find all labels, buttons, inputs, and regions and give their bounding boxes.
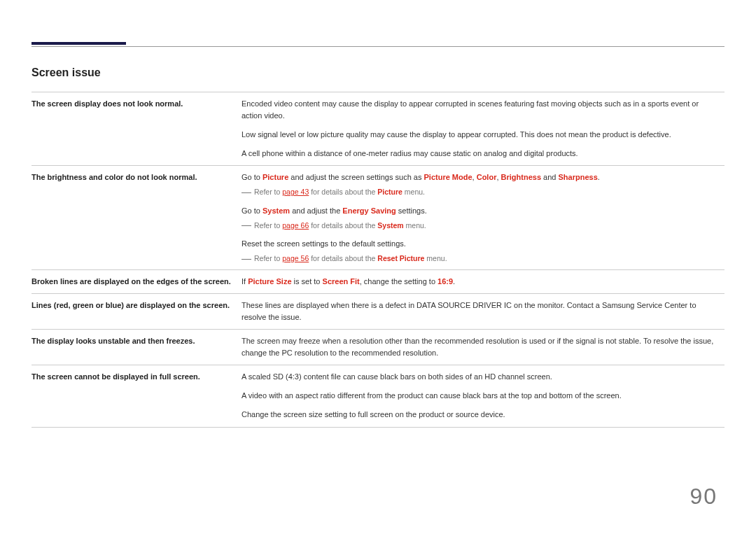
highlight: Reset Picture	[377, 254, 424, 262]
paragraph: Low signal level or low picture quality …	[241, 129, 720, 141]
page-link[interactable]: page 56	[282, 254, 309, 262]
issue-desc: The screen may freeze when a resolution …	[241, 330, 724, 365]
text: for details about the	[309, 221, 377, 230]
paragraph: Change the screen size setting to full s…	[241, 409, 720, 421]
issue-desc: Encoded video content may cause the disp…	[241, 92, 724, 166]
paragraph: A cell phone within a distance of one-me…	[241, 148, 720, 160]
text: and adjust the screen settings such as	[288, 173, 424, 181]
issue-label: Broken lines are displayed on the edges …	[31, 270, 241, 294]
paragraph: Reset the screen settings to the default…	[241, 238, 720, 264]
text: menu.	[402, 188, 425, 196]
text: for details about the	[309, 188, 377, 196]
page-link[interactable]: page 66	[282, 221, 309, 230]
page-content: Screen issue The screen display does not…	[0, 0, 756, 428]
note: Refer to page 56 for details about the R…	[241, 253, 720, 264]
text: and	[541, 173, 558, 181]
note-dash-icon	[241, 192, 251, 193]
issue-desc: These lines are displayed when there is …	[241, 294, 724, 330]
note: Refer to page 66 for details about the S…	[241, 220, 720, 231]
highlight: 16:9	[438, 277, 453, 286]
text: Refer to	[254, 188, 282, 196]
highlight: Picture Mode	[424, 173, 472, 181]
paragraph: A scaled SD (4:3) content file can cause…	[241, 371, 720, 383]
text: .	[453, 277, 455, 286]
paragraph: Go to Picture and adjust the screen sett…	[241, 171, 720, 197]
text: is set to	[292, 277, 323, 286]
text: for details about the	[309, 254, 377, 262]
paragraph: Go to System and adjust the Energy Savin…	[241, 205, 720, 231]
highlight: Energy Saving	[342, 206, 396, 215]
text: Refer to	[254, 221, 282, 230]
header-accent-bar	[31, 42, 126, 45]
note-dash-icon	[241, 225, 251, 226]
table-row: The screen display does not look normal.…	[31, 92, 724, 166]
issues-table: The screen display does not look normal.…	[31, 92, 724, 428]
paragraph: Encoded video content may cause the disp…	[241, 98, 720, 122]
text: menu.	[424, 254, 447, 262]
page-number: 90	[690, 484, 718, 510]
text: and adjust the	[290, 206, 342, 215]
paragraph: A video with an aspect ratio different f…	[241, 390, 720, 402]
issue-label: Lines (red, green or blue) are displayed…	[31, 294, 241, 330]
text: menu.	[404, 221, 426, 230]
text: Go to	[241, 173, 262, 181]
issue-label: The screen display does not look normal.	[31, 92, 241, 166]
note: Refer to page 43 for details about the P…	[241, 186, 720, 197]
text: Go to	[241, 206, 262, 215]
table-row: Broken lines are displayed on the edges …	[31, 270, 724, 294]
issue-desc: A scaled SD (4:3) content file can cause…	[241, 365, 724, 427]
note-dash-icon	[241, 259, 251, 260]
text: Refer to	[254, 254, 282, 262]
issue-label: The screen cannot be displayed in full s…	[31, 365, 241, 427]
header-divider	[31, 46, 724, 47]
highlight: System	[377, 221, 403, 230]
section-title: Screen issue	[31, 66, 724, 79]
highlight: Picture	[262, 173, 288, 181]
issue-label: The brightness and color do not look nor…	[31, 166, 241, 270]
highlight: Brightness	[501, 173, 541, 181]
issue-desc: Go to Picture and adjust the screen sett…	[241, 166, 724, 270]
text: If	[241, 277, 248, 286]
table-row: The screen cannot be displayed in full s…	[31, 365, 724, 427]
issue-desc: If Picture Size is set to Screen Fit, ch…	[241, 270, 724, 294]
highlight: System	[262, 206, 290, 215]
text: .	[598, 173, 600, 181]
text: , change the setting to	[360, 277, 438, 286]
text: settings.	[396, 206, 427, 215]
highlight: Color	[477, 173, 497, 181]
highlight: Sharpness	[559, 173, 598, 181]
table-row: The brightness and color do not look nor…	[31, 166, 724, 270]
highlight: Picture Size	[248, 277, 291, 286]
table-row: Lines (red, green or blue) are displayed…	[31, 294, 724, 330]
highlight: Screen Fit	[323, 277, 360, 286]
highlight: Picture	[377, 188, 402, 196]
issue-label: The display looks unstable and then free…	[31, 330, 241, 365]
table-row: The display looks unstable and then free…	[31, 330, 724, 365]
page-link[interactable]: page 43	[282, 188, 309, 196]
text: Reset the screen settings to the default…	[241, 239, 406, 248]
